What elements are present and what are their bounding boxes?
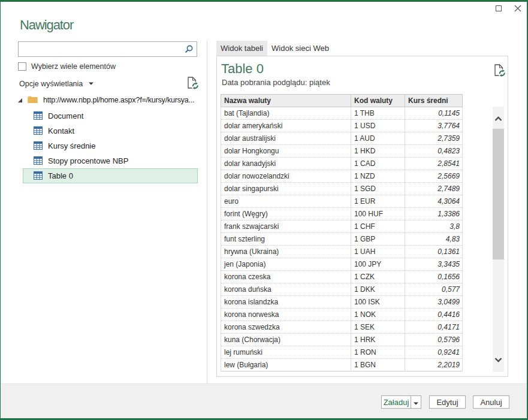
preview-table: Nazwa walutyKod walutyKurs średni bat (T… bbox=[221, 94, 463, 371]
search-input[interactable] bbox=[21, 43, 184, 56]
tree-item[interactable]: Stopy procentowe NBP bbox=[23, 153, 198, 168]
table-cell: 2,7359 bbox=[405, 132, 463, 145]
refresh-source-button[interactable] bbox=[186, 76, 200, 90]
tree-item[interactable]: Kursy średnie bbox=[23, 138, 198, 153]
window-border-top bbox=[0, 0, 528, 2]
navigator-tree: http://www.nbp.pl/home.aspx?f=/kursy/kur… bbox=[0, 93, 207, 183]
preview-subtitle: Data pobrania podglądu: piątek bbox=[222, 78, 330, 87]
tab-table-view[interactable]: Widok tabeli bbox=[216, 41, 267, 56]
table-row: kuna (Chorwacja)1 HRK0,5796 bbox=[221, 334, 463, 346]
dropdown-caret-icon bbox=[89, 82, 93, 85]
table-cell: dolar kanadyjski bbox=[221, 158, 351, 170]
select-multiple-row: Wybierz wiele elementów bbox=[18, 62, 198, 71]
table-cell: dolar amerykański bbox=[221, 120, 351, 132]
dialog-title: Nawigator bbox=[20, 17, 73, 33]
tree-root-label: http://www.nbp.pl/home.aspx?f=/kursy/kur… bbox=[43, 96, 200, 104]
table-cell: 1 CZK bbox=[351, 271, 405, 283]
table-header-cell: Nazwa waluty bbox=[221, 95, 351, 107]
table-row: bat (Tajlandia)1 THB0,1145 bbox=[221, 107, 463, 120]
table-cell: 0,1656 bbox=[405, 271, 463, 283]
table-cell: 0,1361 bbox=[405, 246, 463, 258]
table-icon bbox=[34, 126, 43, 135]
vertical-scrollbar[interactable] bbox=[493, 107, 504, 372]
pane-splitter[interactable] bbox=[207, 41, 207, 383]
table-cell: korona duńska bbox=[221, 283, 351, 296]
tree-item[interactable]: Table 0 bbox=[23, 168, 198, 183]
table-row: korona szwedzka1 SEK0,4171 bbox=[221, 321, 463, 334]
table-cell: 1 USD bbox=[351, 120, 405, 132]
table-row: korona islandzka100 ISK3,0499 bbox=[221, 296, 463, 309]
table-icon bbox=[34, 156, 43, 165]
table-cell: korona norweska bbox=[221, 309, 351, 321]
table-cell: 2,8541 bbox=[405, 158, 463, 170]
refresh-document-icon bbox=[186, 76, 200, 90]
table-cell: 1 SEK bbox=[351, 321, 405, 334]
load-dropdown-button[interactable] bbox=[411, 395, 421, 409]
table-row: euro1 EUR4,3064 bbox=[221, 195, 463, 208]
tree-item-label: Stopy procentowe NBP bbox=[48, 156, 128, 165]
edit-button[interactable]: Edytuj bbox=[429, 395, 466, 409]
table-cell: 1 NZD bbox=[351, 170, 405, 183]
table-icon bbox=[34, 141, 43, 150]
display-options-label: Opcje wyświetlania bbox=[19, 80, 83, 88]
table-cell: korona czeska bbox=[221, 271, 351, 283]
close-button[interactable] bbox=[512, 2, 524, 14]
table-cell: 0,4171 bbox=[405, 321, 463, 334]
tree-expand-icon[interactable] bbox=[17, 98, 23, 103]
table-row: korona czeska1 CZK0,1656 bbox=[221, 271, 463, 283]
table-cell: 1,3386 bbox=[405, 208, 463, 220]
tab-web-view[interactable]: Widok sieci Web bbox=[267, 41, 333, 56]
table-cell: 0,9241 bbox=[405, 346, 463, 359]
search-icon[interactable] bbox=[184, 44, 194, 54]
table-cell: dolar Hongkongu bbox=[221, 145, 351, 158]
table-row: forint (Węgry)100 HUF1,3386 bbox=[221, 208, 463, 220]
select-multiple-checkbox[interactable] bbox=[18, 62, 26, 71]
table-cell: 1 THB bbox=[351, 107, 405, 120]
table-cell: 3,8 bbox=[405, 220, 463, 233]
table-cell: jen (Japonia) bbox=[221, 258, 351, 271]
table-body: bat (Tajlandia)1 THB0,1145dolar amerykań… bbox=[221, 107, 463, 371]
table-cell: 2,2019 bbox=[405, 359, 463, 371]
table-cell: 0,4416 bbox=[405, 309, 463, 321]
table-cell: 1 EUR bbox=[351, 195, 405, 208]
preview-panel: Table 0 Data pobrania podglądu: piątek N… bbox=[216, 56, 508, 377]
table-icon bbox=[34, 171, 43, 180]
load-button[interactable]: Załaduj bbox=[381, 395, 411, 409]
search-box bbox=[18, 41, 197, 57]
table-cell: funt szterling bbox=[221, 233, 351, 246]
table-cell: kuna (Chorwacja) bbox=[221, 334, 351, 346]
tree-item[interactable]: Kontakt bbox=[23, 123, 198, 138]
refresh-preview-button[interactable] bbox=[493, 64, 506, 78]
scroll-down-icon[interactable] bbox=[493, 354, 504, 366]
table-row: dolar australijski1 AUD2,7359 bbox=[221, 132, 463, 145]
table-cell: 1 HRK bbox=[351, 334, 405, 346]
table-cell: korona islandzka bbox=[221, 296, 351, 309]
tree-item-label: Document bbox=[48, 111, 83, 120]
table-row: korona duńska1 DKK0,577 bbox=[221, 283, 463, 296]
table-cell: 2,7489 bbox=[405, 183, 463, 195]
maximize-button[interactable] bbox=[494, 4, 503, 13]
tree-item[interactable]: Document bbox=[23, 108, 198, 123]
table-cell: 2,5669 bbox=[405, 170, 463, 183]
table-row: jen (Japonia)100 JPY3,3435 bbox=[221, 258, 463, 271]
cancel-button[interactable]: Anuluj bbox=[473, 395, 509, 409]
table-icon bbox=[34, 111, 43, 120]
table-cell: 0,1145 bbox=[405, 107, 463, 120]
tree-root[interactable]: http://www.nbp.pl/home.aspx?f=/kursy/kur… bbox=[0, 93, 207, 108]
table-cell: dolar australijski bbox=[221, 132, 351, 145]
folder-icon bbox=[28, 95, 38, 104]
table-header-cell: Kurs średni bbox=[405, 95, 463, 107]
display-options-dropdown[interactable]: Opcje wyświetlania bbox=[19, 78, 93, 89]
table-cell: 1 BGN bbox=[351, 359, 405, 371]
table-cell: 0,4823 bbox=[405, 145, 463, 158]
table-row: dolar singapurski1 SGD2,7489 bbox=[221, 183, 463, 195]
scrollbar-thumb[interactable] bbox=[493, 129, 504, 259]
table-cell: euro bbox=[221, 195, 351, 208]
table-row: dolar Hongkongu1 HKD0,4823 bbox=[221, 145, 463, 158]
window-border-left bbox=[0, 0, 1, 420]
scroll-up-icon[interactable] bbox=[493, 113, 504, 125]
table-cell: 1 CAD bbox=[351, 158, 405, 170]
tree-item-label: Table 0 bbox=[48, 171, 73, 180]
tree-item-label: Kontakt bbox=[48, 126, 74, 135]
table-cell: 1 NOK bbox=[351, 309, 405, 321]
